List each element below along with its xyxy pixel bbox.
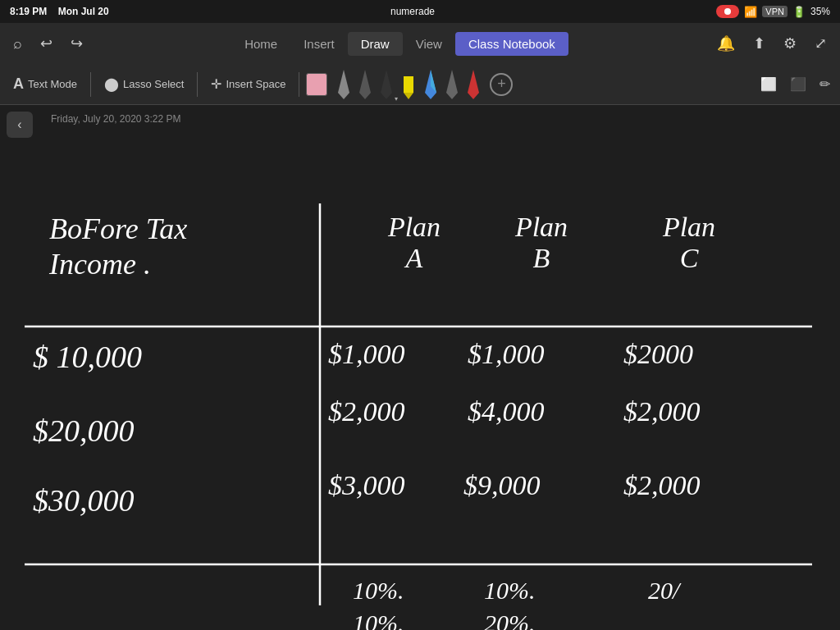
nav-left-controls: ⌕ ↩ ↪ — [10, 31, 86, 56]
battery-icon: 🔋 — [792, 6, 806, 18]
before-tax-income-label: BoFore TaxIncome . — [49, 212, 187, 282]
record-dot — [724, 8, 731, 15]
plan-c-header: PlanC — [632, 212, 746, 274]
tab-class-notebook[interactable]: Class Notebook — [455, 32, 568, 56]
vpn-icon: VPN — [762, 6, 788, 17]
pen-tool-gray[interactable] — [355, 68, 375, 101]
back-button[interactable]: ‹ — [7, 112, 33, 138]
toolbar: A Text Mode ⬤ Lasso Select ✛ Insert Spac… — [0, 64, 840, 105]
tab-draw[interactable]: Draw — [348, 32, 403, 56]
svg-marker-1 — [359, 70, 371, 99]
search-icon[interactable]: ⌕ — [10, 32, 25, 56]
notification-icon[interactable]: 🔔 — [714, 31, 738, 56]
text-mode-button[interactable]: A Text Mode — [7, 71, 84, 97]
share-icon[interactable]: ⬆ — [750, 31, 769, 56]
text-mode-icon: A — [13, 75, 24, 93]
pen-tool-black[interactable]: ▾ — [377, 68, 396, 101]
svg-marker-2 — [381, 70, 392, 99]
lasso-icon: ⬤ — [104, 76, 119, 92]
plan-b-header: PlanB — [484, 212, 599, 274]
selection-icon[interactable]: ⬜ — [757, 73, 780, 95]
plan-b-rate1: 10%. — [484, 577, 536, 605]
plan-b-row1: $1,000 — [468, 339, 545, 370]
svg-marker-4 — [404, 93, 413, 99]
redo-icon[interactable]: ↪ — [67, 31, 86, 56]
insert-space-icon: ✛ — [211, 76, 221, 92]
plan-c-row1: $2000 — [623, 339, 693, 370]
pen-tool-yellow[interactable] — [398, 75, 419, 101]
lasso-select-label: Lasso Select — [123, 78, 184, 90]
insert-space-label: Insert Space — [226, 78, 285, 90]
pen-tool-red[interactable] — [463, 68, 483, 101]
record-indicator — [716, 5, 739, 18]
income-row1: $ 10,000 — [33, 339, 142, 375]
income-row3: $30,000 — [33, 482, 135, 518]
main-content: ‹ Friday, July 20, 2020 3:22 PM BoFore T… — [0, 105, 840, 630]
app-name: numerade — [390, 6, 435, 17]
crop-icon[interactable]: ⬛ — [787, 73, 810, 95]
plan-a-row3: $3,000 — [328, 470, 405, 501]
nav-right-controls: 🔔 ⬆ ⚙ ⤢ — [714, 31, 830, 56]
text-mode-label: Text Mode — [28, 78, 77, 90]
eraser-icon[interactable]: ✏ — [816, 73, 833, 95]
toolbar-separator-2 — [197, 72, 198, 97]
plan-b-rate2: 20%. — [484, 609, 536, 630]
add-pen-button[interactable]: + — [490, 73, 513, 96]
color-swatch-pink[interactable] — [306, 73, 327, 96]
plan-b-row2: $4,000 — [468, 396, 545, 427]
tab-insert[interactable]: Insert — [290, 32, 348, 56]
plan-c-rate1: 20/ — [648, 577, 679, 605]
plan-a-row2: $2,000 — [328, 396, 405, 427]
battery-percent: 35% — [810, 6, 830, 17]
status-time: 8:19 PM — [10, 6, 47, 17]
settings-icon[interactable]: ⚙ — [780, 31, 800, 56]
status-indicators: 📶 VPN 🔋 35% — [716, 5, 830, 18]
pen-tool-multicolor[interactable] — [421, 68, 441, 101]
wifi-icon: 📶 — [744, 6, 757, 18]
plan-a-rate2: 10%. — [353, 609, 404, 630]
plan-b-row3: $9,000 — [463, 470, 541, 501]
status-date: Mon Jul 20 — [58, 6, 109, 17]
svg-marker-0 — [338, 70, 349, 99]
pen-tool-dark[interactable] — [334, 68, 354, 101]
svg-rect-3 — [404, 76, 413, 93]
toolbar-right-icons: ⬜ ⬛ ✏ — [757, 73, 833, 95]
undo-icon[interactable]: ↩ — [37, 31, 56, 56]
nav-tabs: Home Insert Draw View Class Notebook — [231, 32, 568, 56]
toolbar-separator-3 — [299, 72, 299, 97]
pen-tool-triangle[interactable] — [442, 68, 462, 101]
insert-space-button[interactable]: ✛ Insert Space — [204, 72, 292, 96]
tab-home[interactable]: Home — [231, 32, 290, 56]
income-row2: $20,000 — [33, 413, 135, 449]
toolbar-separator-1 — [90, 72, 91, 97]
lasso-select-button[interactable]: ⬤ Lasso Select — [98, 72, 190, 96]
plan-a-rate1: 10%. — [353, 577, 404, 605]
svg-marker-7 — [446, 70, 458, 99]
plan-c-row2: $2,000 — [623, 396, 701, 427]
plan-c-row3: $2,000 — [623, 470, 701, 501]
plan-a-header: PlanA — [357, 212, 472, 274]
nav-bar: ⌕ ↩ ↪ Home Insert Draw View Class Notebo… — [0, 23, 840, 64]
tab-view[interactable]: View — [403, 32, 455, 56]
svg-marker-8 — [468, 70, 479, 99]
plan-a-row1: $1,000 — [328, 339, 405, 370]
collapse-icon[interactable]: ⤢ — [811, 31, 830, 56]
status-bar: 8:19 PM Mon Jul 20 numerade 📶 VPN 🔋 35% — [0, 0, 840, 23]
notebook-canvas: BoFore TaxIncome . PlanA PlanB PlanC $ 1… — [0, 105, 840, 630]
status-time-date: 8:19 PM Mon Jul 20 — [10, 6, 109, 17]
